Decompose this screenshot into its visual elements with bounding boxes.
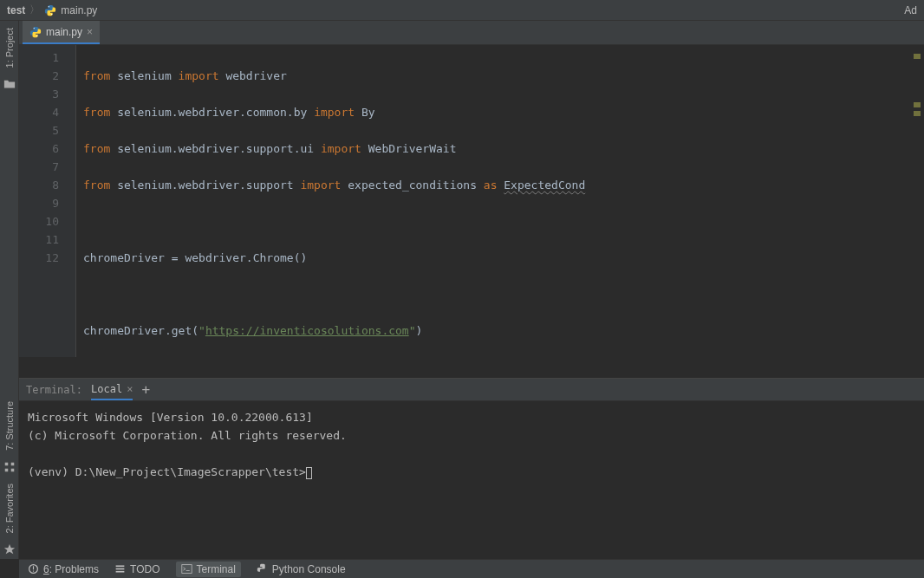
terminal-prompt: (venv) D:\New_Project\ImageScrapper\test…: [28, 465, 306, 478]
svg-rect-15: [185, 570, 189, 571]
line-number: 12: [19, 249, 59, 267]
editor-tab-main[interactable]: main.py ×: [23, 21, 100, 44]
svg-rect-5: [10, 468, 14, 471]
svg-point-6: [34, 28, 35, 29]
svg-point-7: [36, 35, 37, 36]
python-console-tool-button[interactable]: Python Console: [257, 563, 346, 575]
structure-icon: [3, 461, 16, 473]
breadcrumb-file[interactable]: main.py: [61, 4, 97, 16]
editor-tab-bar: main.py ×: [19, 21, 924, 45]
editor-tab-label: main.py: [46, 26, 82, 38]
svg-rect-13: [116, 571, 125, 573]
terminal-output[interactable]: Microsoft Windows [Version 10.0.22000.61…: [19, 401, 924, 559]
code-line[interactable]: [83, 285, 917, 303]
line-number: 11: [19, 231, 59, 249]
line-number-gutter: 1 2 3 4 5 6 7 8 9 10 11 12: [19, 45, 68, 357]
python-file-icon: [29, 26, 42, 38]
line-number: 1: [19, 49, 59, 67]
close-tab-icon[interactable]: ×: [87, 26, 93, 38]
terminal-icon: [181, 563, 192, 575]
code-line[interactable]: from selenium import webdriver: [83, 67, 917, 85]
line-number: 2: [19, 67, 59, 85]
svg-point-0: [49, 6, 49, 7]
star-icon: [3, 543, 16, 555]
svg-rect-9: [33, 566, 34, 569]
line-number: 9: [19, 194, 59, 212]
list-icon: [114, 563, 126, 575]
code-area[interactable]: from selenium import webdriver from sele…: [76, 45, 924, 357]
terminal-tool-button[interactable]: Terminal: [176, 562, 241, 577]
line-number: 10: [19, 212, 59, 231]
svg-rect-12: [116, 568, 125, 570]
code-line[interactable]: from selenium.webdriver.support import e…: [83, 176, 917, 194]
todo-tool-button[interactable]: TODO: [114, 563, 159, 575]
navigation-bar: test 〉 main.py Ad: [0, 0, 924, 21]
svg-point-1: [51, 13, 52, 14]
left-tool-rail: 1: Project 7: Structure 2: Favorites: [0, 21, 19, 559]
code-line[interactable]: from selenium.webdriver.common.by import…: [83, 103, 917, 121]
svg-rect-14: [181, 565, 191, 574]
svg-rect-3: [10, 462, 14, 465]
terminal-caret: [306, 467, 312, 479]
line-number: 4: [19, 103, 59, 121]
line-number: 5: [19, 121, 59, 140]
close-icon[interactable]: ×: [127, 383, 133, 395]
breadcrumb-separator: 〉: [29, 3, 40, 17]
svg-rect-4: [4, 468, 8, 471]
problems-tool-button[interactable]: 6: Problems: [28, 563, 99, 575]
python-icon: [257, 563, 268, 575]
line-number: 3: [19, 85, 59, 103]
code-line[interactable]: from selenium.webdriver.support.ui impor…: [83, 140, 917, 158]
topbar-right-text[interactable]: Ad: [904, 4, 917, 16]
breadcrumb-project[interactable]: test: [7, 4, 25, 16]
new-terminal-button[interactable]: +: [141, 381, 150, 398]
breadcrumb[interactable]: test 〉 main.py: [7, 3, 97, 17]
terminal-title: Terminal:: [26, 384, 82, 396]
svg-rect-11: [116, 565, 125, 567]
editor-pane[interactable]: 1 2 3 4 5 6 7 8 9 10 11 12 from selenium…: [19, 45, 924, 357]
terminal-tool-window: Terminal: Local × + Microsoft Windows [V…: [19, 378, 924, 559]
code-line[interactable]: chromeDriver.get("https://inventicosolut…: [83, 321, 917, 340]
warning-icon: [28, 563, 39, 575]
python-file-icon: [44, 4, 56, 16]
structure-tool-button[interactable]: 7: Structure: [4, 394, 15, 458]
code-line[interactable]: chromeDriver = webdriver.Chrome(): [83, 249, 917, 267]
terminal-tab-local[interactable]: Local ×: [91, 379, 133, 400]
terminal-line: (c) Microsoft Corporation. All rights re…: [28, 429, 347, 442]
line-number: 7: [19, 158, 59, 176]
code-line[interactable]: [83, 212, 917, 231]
line-number: 8: [19, 176, 59, 194]
svg-rect-2: [4, 462, 8, 465]
fold-column[interactable]: [68, 45, 76, 357]
bottom-tool-bar: 6: Problems TODO Terminal Python Console: [19, 559, 924, 578]
line-number: 6: [19, 140, 59, 158]
editor-marker-bar[interactable]: [912, 49, 922, 153]
terminal-tabs: Terminal: Local × +: [19, 379, 924, 401]
terminal-line: Microsoft Windows [Version 10.0.22000.61…: [28, 411, 313, 424]
svg-rect-10: [33, 571, 34, 572]
folder-icon: [3, 78, 16, 90]
project-tool-button[interactable]: 1: Project: [4, 21, 15, 75]
favorites-tool-button[interactable]: 2: Favorites: [4, 477, 15, 540]
